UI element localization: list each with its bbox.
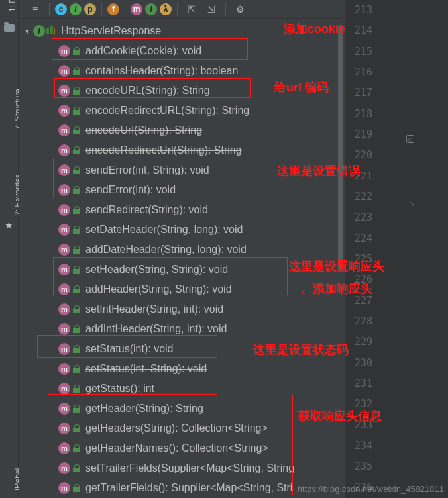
project-tool-label[interactable]: 1: P <box>8 0 17 12</box>
expand-arrow-icon[interactable]: ▼ <box>24 28 33 35</box>
tree-method[interactable]: msetStatus(int, String): void <box>19 359 345 379</box>
line-number: 233 <box>355 419 372 431</box>
method-icon: m <box>58 363 70 375</box>
method-label: addCookie(Cookie): void <box>85 45 201 57</box>
method-label: setStatus(int, String): void <box>85 363 207 375</box>
lock-icon <box>72 126 80 134</box>
tree-root-label: HttpServletResponse <box>61 25 161 37</box>
lock-icon <box>72 464 80 472</box>
expand-icon[interactable]: ⇱ <box>183 2 200 17</box>
method-label: addDateHeader(String, long): void <box>85 244 247 256</box>
method-icon: m <box>58 442 70 454</box>
tree-method[interactable]: maddCookie(Cookie): void <box>19 41 345 61</box>
tree-root[interactable]: ▼IHttpServletResponse <box>19 21 345 41</box>
class-icon[interactable]: c <box>55 3 67 15</box>
sort-az-icon[interactable]: ≡ <box>27 2 44 17</box>
method-icon: m <box>58 482 70 494</box>
tree-method[interactable]: msetStatus(int): void <box>19 339 345 359</box>
separator <box>125 3 125 16</box>
method-icon[interactable]: m <box>131 3 142 15</box>
tree-method[interactable]: mgetStatus(): int <box>19 379 345 399</box>
interface-filter-icon[interactable]: I <box>70 3 82 15</box>
tree-method[interactable]: msetHeader(String, String): void <box>19 260 345 279</box>
method-label: sendRedirect(String): void <box>85 204 208 216</box>
tree-method[interactable]: mgetHeaders(String): Collection<String> <box>19 419 345 438</box>
method-label: encodeRedirectURL(String): String <box>85 105 249 117</box>
tree-method[interactable]: maddDateHeader(String, long): void <box>19 240 345 260</box>
lock-icon <box>72 444 80 452</box>
method-label: getHeader(String): String <box>85 403 203 415</box>
line-number: 234 <box>355 440 372 452</box>
method-label: getHeaders(String): Collection<String> <box>85 423 268 434</box>
property-icon[interactable]: p <box>84 3 96 15</box>
tree-method[interactable]: msetIntHeader(String, int): void <box>19 299 345 319</box>
structure-tree[interactable]: ▼IHttpServletResponsemaddCookie(Cookie):… <box>19 19 345 498</box>
method-icon: m <box>58 124 70 136</box>
lock-icon <box>72 305 80 313</box>
tree-method[interactable]: mgetHeader(String): String <box>19 399 345 419</box>
lock-icon <box>72 424 80 432</box>
lock-icon <box>72 484 80 492</box>
tree-method[interactable]: mencodeURL(String): String <box>19 81 345 101</box>
tree-method[interactable]: msetTrailerFields(Supplier<Map<String, S… <box>19 458 345 478</box>
method-icon: m <box>58 85 70 97</box>
method-icon: m <box>58 323 70 335</box>
tree-method[interactable]: mgetHeaderNames(): Collection<String> <box>19 438 345 458</box>
separator <box>225 3 226 16</box>
method-icon: m <box>58 224 70 236</box>
method-icon: m <box>58 264 70 275</box>
tree-method[interactable]: msetDateHeader(String, long): void <box>19 220 345 240</box>
scrollbar-thumb[interactable] <box>338 25 343 270</box>
lock-icon <box>72 405 80 413</box>
lock-icon <box>72 385 80 393</box>
collapse-icon[interactable]: ⇲ <box>203 2 220 17</box>
tree-method[interactable]: mencodeRedirectUrl(String): String <box>19 140 345 160</box>
separator <box>177 3 178 16</box>
method-icon: m <box>58 244 70 256</box>
method-label: encodeUrl(String): String <box>85 124 202 136</box>
tree-method[interactable]: maddHeader(String, String): void <box>19 279 345 299</box>
method-label: encodeRedirectUrl(String): String <box>85 144 242 156</box>
method-icon: m <box>58 144 70 156</box>
lock-icon <box>72 166 80 174</box>
library-icon <box>46 26 56 36</box>
tree-method[interactable]: msendError(int): void <box>19 180 345 200</box>
line-number: 225 <box>355 253 372 265</box>
fold-arrow-icon[interactable]: ↘ <box>408 199 415 208</box>
line-number: 216 <box>355 66 372 78</box>
method-label: sendError(int, String): void <box>85 164 209 176</box>
tool-window-rail: 1: P 7: Structure ★ 2: Favorites JRebel <box>0 0 19 498</box>
method-icon: m <box>58 423 70 434</box>
fold-icon[interactable]: ◇ <box>406 135 414 143</box>
line-number: 220 <box>355 149 372 161</box>
separator <box>49 3 50 16</box>
tree-method[interactable]: msendRedirect(String): void <box>19 200 345 220</box>
settings-icon[interactable]: ⚙ <box>231 2 249 17</box>
tree-method[interactable]: maddIntHeader(String, int): void <box>19 319 345 339</box>
line-number: 224 <box>355 232 372 244</box>
tree-scrollbar[interactable] <box>337 19 345 498</box>
tree-method[interactable]: mgetTrailerFields(): Supplier<Map<String… <box>19 478 345 498</box>
tree-method[interactable]: mencodeUrl(String): String <box>19 121 345 140</box>
folder-icon <box>4 24 15 32</box>
method-icon: m <box>58 403 70 415</box>
lock-icon <box>72 365 80 373</box>
tree-method[interactable]: msendError(int, String): void <box>19 160 345 180</box>
line-number: 221 <box>355 170 372 182</box>
method-label: setTrailerFields(Supplier<Map<String, St… <box>85 462 294 474</box>
anon-icon[interactable]: λ <box>160 3 172 15</box>
lock-icon <box>72 47 80 55</box>
line-number: 230 <box>355 357 372 369</box>
interface-icon: I <box>33 25 45 37</box>
tree-method[interactable]: mcontainsHeader(String): boolean <box>19 61 345 81</box>
line-number: 228 <box>355 315 372 327</box>
star-icon: ★ <box>5 220 13 230</box>
method-label: setIntHeader(String, int): void <box>85 303 223 315</box>
method-icon: m <box>58 283 70 295</box>
lock-icon <box>72 67 80 75</box>
field-icon[interactable]: f <box>107 3 119 15</box>
tree-method[interactable]: mencodeRedirectURL(String): String <box>19 101 345 121</box>
interface-icon[interactable]: I <box>145 3 157 15</box>
method-icon: m <box>58 184 70 196</box>
line-number: 232 <box>355 398 372 410</box>
